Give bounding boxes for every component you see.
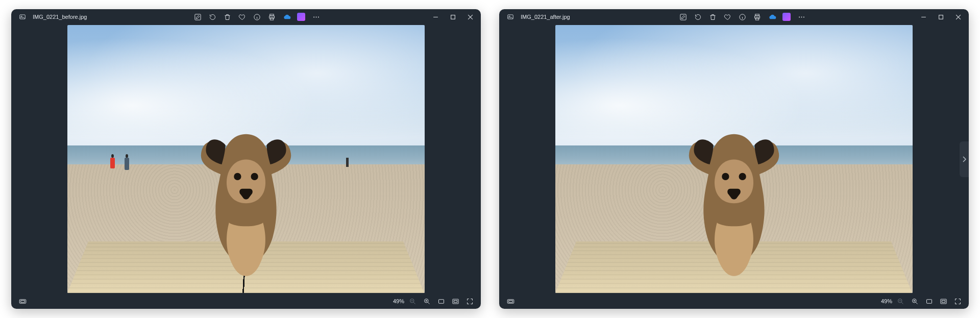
svg-rect-37 xyxy=(926,299,932,303)
fullscreen-button[interactable] xyxy=(462,294,477,308)
app-icon xyxy=(503,10,518,24)
bottom-bar: 49% xyxy=(11,293,481,309)
fullscreen-button[interactable] xyxy=(950,294,965,308)
svg-rect-14 xyxy=(20,300,24,302)
zoom-in-button[interactable] xyxy=(908,294,922,308)
svg-point-29 xyxy=(803,16,804,17)
actual-size-button[interactable] xyxy=(922,294,936,308)
svg-point-31 xyxy=(722,173,729,180)
photos-window-after: IMG_0221_after.jpg xyxy=(499,9,969,309)
delete-button[interactable] xyxy=(220,10,234,24)
window-controls xyxy=(915,10,967,24)
fit-window-button[interactable] xyxy=(448,294,462,308)
svg-point-9 xyxy=(318,16,319,17)
image-canvas[interactable] xyxy=(11,25,481,293)
actual-size-button[interactable] xyxy=(434,294,448,308)
svg-rect-6 xyxy=(270,17,273,19)
image-canvas[interactable] xyxy=(499,25,969,293)
svg-rect-33 xyxy=(507,299,514,303)
dog xyxy=(185,116,307,288)
zoom-out-button[interactable] xyxy=(893,294,908,308)
close-button[interactable] xyxy=(949,10,967,24)
zoom-in-button[interactable] xyxy=(420,294,434,308)
zoom-level: 49% xyxy=(881,298,892,304)
svg-rect-13 xyxy=(19,299,26,303)
svg-rect-30 xyxy=(939,15,943,19)
svg-point-32 xyxy=(739,173,746,180)
print-button[interactable] xyxy=(750,10,764,24)
svg-rect-39 xyxy=(942,300,945,302)
favorite-button[interactable] xyxy=(720,10,734,24)
clipchamp-button[interactable] xyxy=(294,10,308,24)
svg-point-27 xyxy=(799,16,800,17)
edit-button[interactable] xyxy=(676,10,690,24)
svg-rect-17 xyxy=(438,299,444,303)
close-button[interactable] xyxy=(461,10,479,24)
svg-point-12 xyxy=(251,173,258,180)
photo-after xyxy=(555,25,912,292)
filmstrip-button[interactable] xyxy=(15,294,30,308)
edit-button[interactable] xyxy=(190,10,205,24)
clipchamp-icon xyxy=(297,13,305,21)
onedrive-button[interactable] xyxy=(765,10,779,24)
titlebar: IMG_0221_after.jpg xyxy=(499,9,969,25)
svg-point-7 xyxy=(313,16,314,17)
next-image-button[interactable] xyxy=(960,141,969,177)
filmstrip-button[interactable] xyxy=(503,294,518,308)
clipchamp-icon xyxy=(782,13,791,21)
svg-rect-18 xyxy=(452,299,458,304)
svg-point-8 xyxy=(315,16,316,17)
zoom-level: 49% xyxy=(393,298,404,304)
svg-rect-2 xyxy=(195,14,201,19)
rotate-button[interactable] xyxy=(691,10,705,24)
photo-before xyxy=(67,25,424,292)
clipchamp-button[interactable] xyxy=(779,10,794,24)
maximize-button[interactable] xyxy=(932,10,949,24)
file-name: IMG_0221_after.jpg xyxy=(521,14,570,20)
window-controls xyxy=(427,10,479,24)
titlebar: IMG_0221_before.jpg xyxy=(11,9,481,25)
svg-point-11 xyxy=(234,173,241,180)
zoom-out-button[interactable] xyxy=(405,294,420,308)
bottom-bar: 49% xyxy=(499,293,969,309)
svg-rect-19 xyxy=(454,300,457,302)
file-name: IMG_0221_before.jpg xyxy=(33,14,87,20)
svg-rect-38 xyxy=(940,299,946,304)
svg-rect-34 xyxy=(508,300,512,302)
info-button[interactable] xyxy=(250,10,264,24)
delete-button[interactable] xyxy=(705,10,720,24)
fit-window-button[interactable] xyxy=(936,294,950,308)
maximize-button[interactable] xyxy=(444,10,461,24)
toolbar xyxy=(190,10,323,24)
onedrive-button[interactable] xyxy=(279,10,293,24)
svg-rect-22 xyxy=(680,14,686,19)
photos-window-before: IMG_0221_before.jpg xyxy=(11,9,481,309)
minimize-button[interactable] xyxy=(427,10,444,24)
print-button[interactable] xyxy=(264,10,279,24)
svg-rect-10 xyxy=(451,15,455,19)
info-button[interactable] xyxy=(735,10,749,24)
more-button[interactable] xyxy=(309,10,323,24)
favorite-button[interactable] xyxy=(235,10,249,24)
rotate-button[interactable] xyxy=(205,10,219,24)
svg-rect-26 xyxy=(755,17,758,19)
minimize-button[interactable] xyxy=(915,10,932,24)
dog xyxy=(673,116,795,288)
app-icon xyxy=(15,10,30,24)
toolbar xyxy=(676,10,808,24)
svg-point-28 xyxy=(801,16,802,17)
more-button[interactable] xyxy=(794,10,808,24)
